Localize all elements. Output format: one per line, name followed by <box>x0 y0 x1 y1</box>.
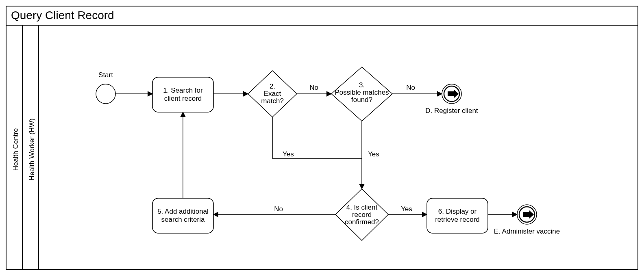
svg-text:confirmed?: confirmed? <box>345 218 379 226</box>
diagram-title: Query Client Record <box>11 9 114 22</box>
lane-label: Health Worker (HW) <box>28 119 36 181</box>
svg-text:Possible matches: Possible matches <box>335 89 389 96</box>
label-g4-yes: Yes <box>401 205 412 213</box>
svg-text:match?: match? <box>261 97 284 105</box>
label-g3-yes: Yes <box>368 150 379 158</box>
task-6-display-retrieve: 6. Display or retrieve record <box>427 198 488 233</box>
svg-text:Exact: Exact <box>264 90 281 97</box>
pool-label: Health Centre <box>12 128 20 171</box>
label-g2-yes: Yes <box>283 150 294 158</box>
svg-rect-26 <box>523 212 529 217</box>
svg-text:D. Register client: D. Register client <box>425 107 478 115</box>
svg-rect-15 <box>448 91 454 96</box>
label-g3-no: No <box>406 84 415 91</box>
task-5-additional-criteria: 5. Add additional search criteria <box>152 198 213 233</box>
svg-text:4. Is client: 4. Is client <box>346 204 378 211</box>
label-g2-no: No <box>309 84 318 91</box>
svg-text:record: record <box>352 211 372 219</box>
start-event <box>96 84 115 104</box>
svg-text:found?: found? <box>351 96 372 104</box>
task-1-search-client: 1. Search for client record <box>152 77 213 112</box>
label-g4-no: No <box>274 205 283 213</box>
svg-text:3.: 3. <box>359 81 365 89</box>
svg-text:E. Administer vaccine: E. Administer vaccine <box>494 227 560 235</box>
bpmn-diagram: Query Client Record Health Centre Health… <box>0 0 644 275</box>
start-label: Start <box>98 71 113 79</box>
svg-text:2.: 2. <box>270 82 275 90</box>
